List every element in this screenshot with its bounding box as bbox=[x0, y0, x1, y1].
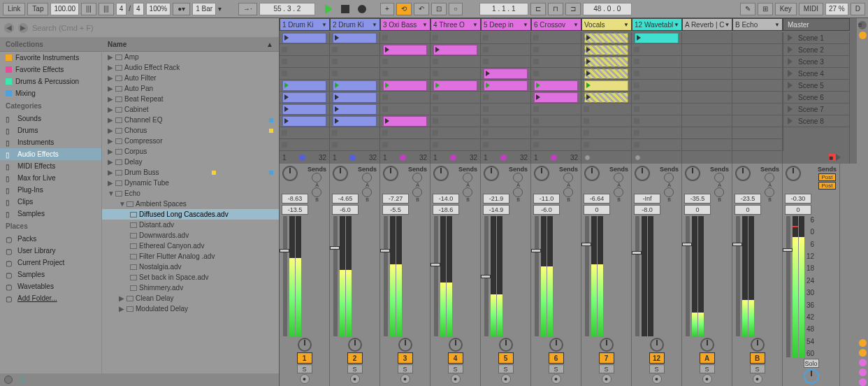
track-activator[interactable]: 5 bbox=[498, 352, 514, 364]
peak-value[interactable]: -21.9 bbox=[483, 194, 509, 203]
gain-value[interactable]: -14.9 bbox=[483, 205, 509, 215]
track-activator[interactable]: 7 bbox=[599, 352, 614, 364]
arrangement-pos[interactable]: 55 . 3 . 2 bbox=[259, 3, 315, 15]
cue-knob[interactable] bbox=[298, 338, 312, 352]
dropdown-icon[interactable]: ▼ bbox=[774, 22, 780, 28]
metronome-toggle[interactable]: ●▾ bbox=[173, 3, 190, 15]
io-cell[interactable]: 132 bbox=[481, 151, 531, 164]
clip-slot-empty[interactable] bbox=[531, 127, 581, 139]
solo-button[interactable]: S bbox=[297, 364, 312, 373]
clip-slot-empty[interactable] bbox=[380, 68, 430, 80]
browser-item[interactable]: ▶Auto Filter bbox=[102, 73, 279, 83]
clip-slot-empty[interactable] bbox=[280, 56, 329, 68]
send-a-knob[interactable] bbox=[312, 173, 321, 183]
clip-play-icon[interactable] bbox=[385, 83, 389, 88]
clip-slot-empty[interactable] bbox=[380, 127, 430, 139]
clip-slot-empty[interactable] bbox=[431, 139, 480, 151]
send-a-knob[interactable] bbox=[765, 173, 774, 183]
metronome[interactable]: 100% bbox=[146, 3, 171, 15]
gain-value[interactable]: 0 bbox=[735, 205, 761, 215]
track-header[interactable]: 2 Drum Ki▼ bbox=[330, 18, 380, 31]
expand-icon[interactable]: ▶ bbox=[108, 85, 113, 92]
gain-value[interactable]: -6.0 bbox=[332, 205, 359, 215]
track-header[interactable]: 6 Crossov▼ bbox=[531, 18, 581, 31]
clip-slot[interactable] bbox=[380, 115, 430, 127]
clip-slot-empty[interactable] bbox=[632, 68, 681, 80]
gain-value[interactable]: -18.6 bbox=[433, 205, 459, 215]
solo-button[interactable]: Solo bbox=[804, 359, 819, 368]
clip-slot-empty[interactable] bbox=[380, 56, 430, 68]
category-item[interactable]: ▯Drums bbox=[0, 124, 101, 136]
clip-slot-empty[interactable] bbox=[481, 103, 530, 115]
clip-slot[interactable] bbox=[380, 44, 430, 56]
clip-play-icon[interactable] bbox=[335, 106, 339, 112]
solo-button[interactable]: S bbox=[649, 364, 665, 373]
master-io[interactable]: ■ bbox=[783, 151, 850, 164]
scene-play-icon[interactable] bbox=[788, 58, 793, 65]
clip-slot[interactable] bbox=[481, 68, 530, 80]
solo-button[interactable]: S bbox=[549, 364, 564, 373]
clip-play-icon[interactable] bbox=[637, 35, 641, 41]
volume-fader[interactable] bbox=[384, 216, 388, 336]
scene-play-icon[interactable] bbox=[788, 117, 793, 124]
reenable-icon[interactable]: ↶ bbox=[414, 3, 429, 15]
track-header[interactable]: A Reverb | C▼ bbox=[682, 18, 732, 31]
clip-slot[interactable] bbox=[330, 80, 379, 92]
send-a-knob[interactable] bbox=[563, 173, 573, 183]
browser-item[interactable]: ▶Channel EQ bbox=[102, 115, 279, 125]
scene-play-icon[interactable] bbox=[788, 70, 793, 77]
clip-slot[interactable] bbox=[280, 32, 329, 44]
sig-den[interactable]: 4 bbox=[133, 3, 144, 15]
volume-fader[interactable] bbox=[484, 216, 489, 336]
clip-slot[interactable] bbox=[330, 103, 379, 115]
dropdown-icon[interactable]: ▼ bbox=[472, 22, 478, 28]
loop-icon[interactable]: ⊓ bbox=[548, 3, 563, 15]
play-button[interactable] bbox=[325, 4, 333, 14]
clip-slot-empty[interactable] bbox=[531, 68, 581, 80]
clip-slot[interactable] bbox=[581, 92, 631, 103]
track-header[interactable]: Vocals▼ bbox=[581, 18, 632, 31]
clip-play-icon[interactable] bbox=[335, 94, 339, 100]
clip-slot-empty[interactable] bbox=[632, 103, 681, 115]
place-item[interactable]: ▢Current Project bbox=[0, 257, 101, 269]
quantize[interactable]: 1 Bar bbox=[192, 3, 216, 15]
track-activator[interactable]: 6 bbox=[549, 352, 564, 364]
clip-slot-empty[interactable] bbox=[330, 127, 379, 139]
category-item[interactable]: ▯Audio Effects bbox=[0, 148, 101, 160]
peak-value[interactable]: -14.0 bbox=[433, 194, 459, 203]
peak-value[interactable]: -7.27 bbox=[382, 194, 409, 203]
clip-slot-empty[interactable] bbox=[531, 103, 581, 115]
scene-launch[interactable]: Scene 7 bbox=[783, 103, 849, 115]
browser-item[interactable]: Filter Flutter Analog .adv bbox=[102, 251, 279, 262]
clip-play-icon[interactable] bbox=[586, 47, 591, 52]
clip-play-icon[interactable] bbox=[586, 94, 591, 100]
expand-icon[interactable]: ▶ bbox=[108, 169, 113, 176]
loop-length[interactable]: 48 . 0 . 0 bbox=[583, 3, 632, 15]
capture-icon[interactable]: ⊡ bbox=[431, 3, 447, 15]
punch-out-icon[interactable]: ⊐ bbox=[565, 3, 581, 15]
dropdown-icon[interactable]: ▼ bbox=[725, 22, 730, 28]
xfade-toggle[interactable] bbox=[859, 378, 867, 386]
browser-item[interactable]: ▶Delay bbox=[102, 157, 279, 167]
browser-item[interactable]: ▶Clean Delay bbox=[102, 293, 279, 303]
arm-button[interactable]: ● bbox=[753, 374, 762, 384]
clip-slot-empty[interactable] bbox=[380, 139, 430, 151]
io-cell[interactable]: 132 bbox=[380, 151, 431, 164]
solo-button[interactable]: S bbox=[599, 364, 614, 373]
clip-slot-empty[interactable] bbox=[380, 103, 430, 115]
browser-item[interactable]: Diffused Long Cascades.adv bbox=[102, 209, 279, 220]
mixer-toggle[interactable] bbox=[859, 359, 867, 366]
cue-volume-knob[interactable] bbox=[804, 369, 819, 384]
expand-icon[interactable]: ▼ bbox=[108, 190, 113, 197]
clip-slot-empty[interactable] bbox=[531, 44, 581, 56]
clip-play-icon[interactable] bbox=[586, 71, 591, 76]
clip-play-icon[interactable] bbox=[486, 83, 490, 88]
clip-play-icon[interactable] bbox=[284, 83, 289, 88]
pan-knob[interactable] bbox=[282, 166, 298, 181]
volume-fader[interactable] bbox=[434, 216, 438, 336]
expand-icon[interactable]: ▶ bbox=[108, 64, 113, 71]
peak-value[interactable]: -4.65 bbox=[332, 194, 359, 203]
track-header[interactable]: 4 Three O▼ bbox=[431, 18, 481, 31]
info-icon[interactable]: ⓘ bbox=[20, 375, 27, 385]
pan-knob[interactable] bbox=[534, 166, 549, 181]
